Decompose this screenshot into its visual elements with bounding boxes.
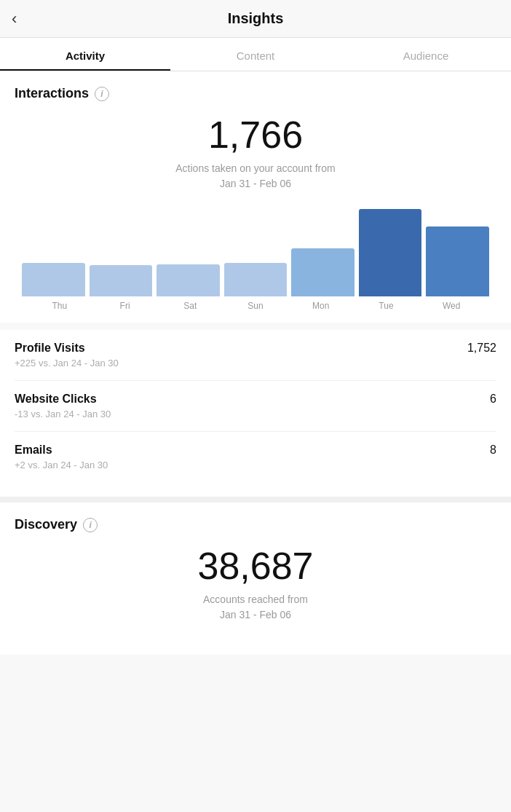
tab-activity[interactable]: Activity bbox=[0, 38, 170, 71]
discovery-description: Accounts reached fromJan 31 - Feb 06 bbox=[15, 592, 496, 623]
bar-mon-rect bbox=[291, 248, 354, 296]
label-sat: Sat bbox=[159, 301, 221, 311]
website-clicks-value: 6 bbox=[490, 393, 496, 406]
emails-label: Emails bbox=[15, 444, 52, 457]
discovery-header: Discovery i bbox=[15, 517, 496, 532]
interactions-title: Interactions bbox=[15, 86, 89, 101]
interactions-header: Interactions i bbox=[15, 86, 496, 101]
chart-bars bbox=[22, 209, 489, 296]
discovery-total: 38,687 bbox=[15, 544, 496, 588]
emails-sub: +2 vs. Jan 24 - Jan 30 bbox=[15, 460, 496, 470]
label-wed: Wed bbox=[421, 301, 482, 311]
section-divider bbox=[0, 497, 511, 502]
bar-sat-rect bbox=[157, 264, 220, 296]
website-clicks-label: Website Clicks bbox=[15, 393, 97, 406]
metric-profile-visits: Profile Visits 1,752 +225 vs. Jan 24 - J… bbox=[15, 330, 496, 380]
tab-content[interactable]: Content bbox=[170, 38, 341, 71]
header: ‹ Insights bbox=[0, 0, 511, 38]
interactions-info-icon[interactable]: i bbox=[95, 87, 109, 101]
interactions-description: Actions taken on your account fromJan 31… bbox=[15, 161, 496, 192]
bar-sun bbox=[224, 263, 288, 296]
bar-thu bbox=[22, 263, 85, 296]
profile-visits-label: Profile Visits bbox=[15, 342, 85, 355]
emails-value: 8 bbox=[490, 444, 496, 457]
label-thu: Thu bbox=[29, 301, 90, 311]
label-fri: Fri bbox=[95, 301, 156, 311]
metrics-list: Profile Visits 1,752 +225 vs. Jan 24 - J… bbox=[0, 330, 511, 497]
discovery-section: Discovery i 38,687 Accounts reached from… bbox=[0, 502, 511, 655]
bar-sat bbox=[157, 264, 220, 296]
metric-website-clicks: Website Clicks 6 -13 vs. Jan 24 - Jan 30 bbox=[15, 380, 496, 431]
tab-audience[interactable]: Audience bbox=[341, 38, 511, 71]
label-mon: Mon bbox=[290, 301, 352, 311]
bar-fri-rect bbox=[90, 265, 153, 296]
chart-day-labels: Thu Fri Sat Sun Mon Tue Wed bbox=[22, 296, 489, 323]
bar-tue-rect bbox=[359, 209, 422, 296]
discovery-info-icon[interactable]: i bbox=[83, 518, 98, 532]
metric-emails: Emails 8 +2 vs. Jan 24 - Jan 30 bbox=[15, 431, 496, 482]
website-clicks-sub: -13 vs. Jan 24 - Jan 30 bbox=[15, 409, 496, 419]
tab-bar: Activity Content Audience bbox=[0, 38, 511, 71]
bar-fri bbox=[90, 265, 153, 296]
bar-wed bbox=[426, 226, 489, 296]
profile-visits-sub: +225 vs. Jan 24 - Jan 30 bbox=[15, 358, 496, 368]
interactions-chart: Thu Fri Sat Sun Mon Tue Wed bbox=[15, 209, 496, 323]
bar-tue bbox=[359, 209, 422, 296]
discovery-title: Discovery bbox=[15, 517, 77, 532]
back-button[interactable]: ‹ bbox=[12, 9, 17, 28]
interactions-total: 1,766 bbox=[15, 113, 496, 157]
profile-visits-value: 1,752 bbox=[467, 342, 496, 355]
page-title: Insights bbox=[228, 10, 284, 27]
label-sun: Sun bbox=[225, 301, 286, 311]
bar-wed-rect bbox=[426, 226, 489, 296]
bar-thu-rect bbox=[22, 263, 85, 296]
bar-sun-rect bbox=[224, 263, 288, 296]
interactions-section: Interactions i 1,766 Actions taken on yo… bbox=[0, 71, 511, 323]
bar-mon bbox=[291, 248, 354, 296]
label-tue: Tue bbox=[356, 301, 417, 311]
